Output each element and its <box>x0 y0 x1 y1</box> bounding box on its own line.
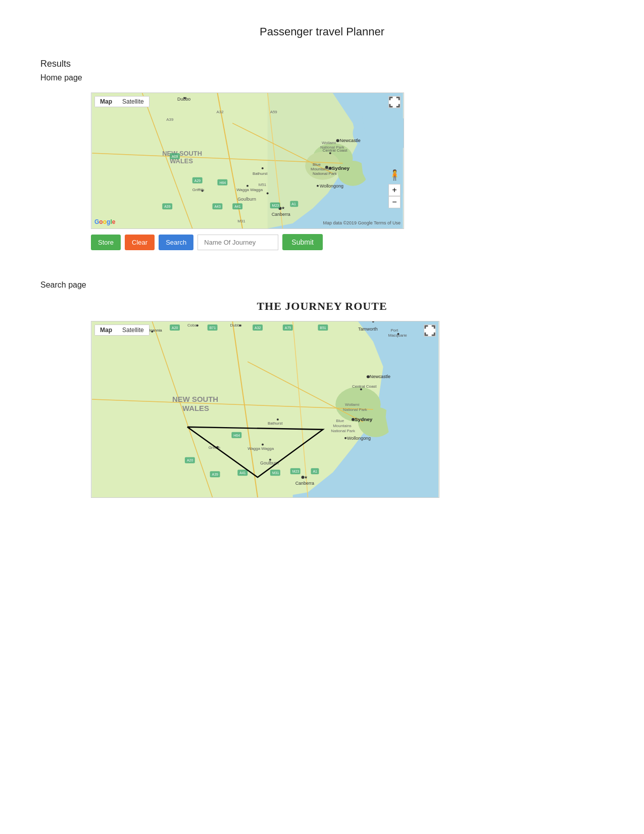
home-map-google-logo: Google <box>94 218 115 225</box>
search-map: NEW SOUTH WALES Tamworth Port Macquarie … <box>91 321 439 498</box>
svg-text:H64: H64 <box>233 434 240 437</box>
svg-text:A39: A39 <box>166 117 174 122</box>
svg-point-20 <box>336 139 339 142</box>
svg-text:NEW SOUTH: NEW SOUTH <box>172 395 218 403</box>
svg-text:A39: A39 <box>212 473 219 476</box>
svg-text:A32: A32 <box>216 110 224 114</box>
home-map-tab-satellite[interactable]: Satellite <box>117 97 149 107</box>
svg-text:WALES: WALES <box>182 404 209 412</box>
svg-text:A39: A39 <box>164 205 170 208</box>
svg-text:Wollongong: Wollongong <box>320 183 343 189</box>
svg-text:A43: A43 <box>214 205 220 208</box>
svg-text:A29: A29 <box>194 179 201 182</box>
svg-text:Wollami: Wollami <box>345 402 359 407</box>
svg-text:Wagga Wagga: Wagga Wagga <box>247 446 274 451</box>
svg-text:Canberra: Canberra <box>272 212 290 217</box>
svg-text:M23: M23 <box>292 470 300 473</box>
store-button[interactable]: Store <box>91 235 121 250</box>
svg-point-104 <box>262 444 264 446</box>
results-label: Results <box>40 59 604 69</box>
svg-text:A41: A41 <box>239 471 246 475</box>
svg-text:Dubbo: Dubbo <box>177 97 190 102</box>
svg-text:A1: A1 <box>291 202 296 206</box>
svg-text:Cobar: Cobar <box>187 323 199 328</box>
svg-text:National Park: National Park <box>313 171 337 176</box>
svg-text:NEW SOUTH: NEW SOUTH <box>162 150 202 157</box>
svg-text:B51: B51 <box>320 326 326 330</box>
svg-text:A20: A20 <box>172 326 178 330</box>
svg-text:A09: A09 <box>172 155 178 158</box>
svg-point-102 <box>277 419 279 421</box>
svg-point-30 <box>317 185 319 187</box>
svg-text:Bathurst: Bathurst <box>268 421 283 426</box>
svg-text:H64: H64 <box>219 181 226 184</box>
svg-text:National Park: National Park <box>331 429 355 433</box>
svg-text:Dubbo: Dubbo <box>230 323 242 328</box>
svg-text:Newcastle: Newcastle <box>370 374 390 379</box>
svg-text:Tamworth: Tamworth <box>358 327 378 332</box>
svg-text:National Park: National Park <box>320 145 344 150</box>
home-map-zoom-controls: + − <box>388 184 401 208</box>
home-page-label: Home page <box>40 73 604 82</box>
svg-text:Mountains: Mountains <box>333 424 352 428</box>
svg-text:Sydney: Sydney <box>355 416 373 422</box>
home-map-pegman[interactable]: 🧍 <box>388 166 401 184</box>
svg-text:Port: Port <box>391 328 399 333</box>
svg-text:M51: M51 <box>259 182 267 187</box>
svg-text:Mountains: Mountains <box>311 167 329 171</box>
svg-text:A41: A41 <box>234 205 240 208</box>
svg-text:National Park: National Park <box>343 407 367 412</box>
home-map-svg: A32 A39 A59 M31 M51 NEW SOUTH WALES Newc… <box>91 93 404 228</box>
svg-text:M31: M31 <box>237 219 245 223</box>
home-map-fullscreen-button[interactable] <box>388 96 401 108</box>
svg-text:Wagga Wagga: Wagga Wagga <box>236 188 263 192</box>
svg-text:M23: M23 <box>272 204 279 207</box>
search-map-tab-map[interactable]: Map <box>95 325 117 335</box>
home-map-tab-map[interactable]: Map <box>95 97 117 107</box>
clear-button[interactable]: Clear <box>125 235 155 250</box>
svg-point-43 <box>246 185 249 187</box>
svg-point-87 <box>344 437 346 439</box>
svg-text:Wollami: Wollami <box>322 141 336 145</box>
svg-text:A32: A32 <box>255 326 261 330</box>
svg-text:Blue: Blue <box>336 419 344 423</box>
home-map-zoom-in[interactable]: + <box>388 184 401 196</box>
svg-text:Canberra: Canberra <box>295 481 314 486</box>
search-button[interactable]: Search <box>159 235 193 250</box>
map-tabs-home: Map Satellite <box>94 96 150 107</box>
svg-text:Goulburn: Goulburn <box>237 197 256 202</box>
svg-point-32 <box>267 193 269 195</box>
svg-text:★: ★ <box>304 475 308 480</box>
search-page-section: Search page THE JOURNEY ROUTE NEW SOUTH … <box>40 281 604 498</box>
svg-text:Central Coast: Central Coast <box>352 384 377 389</box>
search-map-tab-satellite[interactable]: Satellite <box>117 325 149 335</box>
svg-text:Sydney: Sydney <box>332 165 350 171</box>
search-map-tabs: Map Satellite <box>94 325 150 336</box>
svg-text:Blue: Blue <box>313 162 321 167</box>
svg-text:M31: M31 <box>272 471 279 475</box>
journey-route-title: THE JOURNEY ROUTE <box>40 300 604 313</box>
home-page-section: Home page A32 A39 <box>40 73 604 250</box>
svg-text:B71: B71 <box>210 326 216 330</box>
svg-text:Griffith: Griffith <box>192 188 204 192</box>
svg-text:Wollongong: Wollongong <box>347 436 371 441</box>
svg-text:A1: A1 <box>313 470 317 473</box>
svg-text:Newcastle: Newcastle <box>340 138 361 143</box>
submit-button[interactable]: Submit <box>282 234 323 250</box>
home-map-zoom-out[interactable]: − <box>388 196 401 208</box>
search-page-label: Search page <box>40 281 604 290</box>
svg-text:★: ★ <box>281 206 285 210</box>
svg-text:A75: A75 <box>285 326 291 330</box>
svg-text:A20: A20 <box>187 458 193 462</box>
search-map-svg: NEW SOUTH WALES Tamworth Port Macquarie … <box>91 321 439 497</box>
svg-text:Macquarie: Macquarie <box>388 333 408 338</box>
svg-text:Bathurst: Bathurst <box>253 171 268 176</box>
page-title: Passenger travel Planner <box>40 25 604 38</box>
svg-point-41 <box>262 167 264 169</box>
home-controls-row: Store Clear Search Submit <box>91 234 604 250</box>
search-map-fullscreen-button[interactable] <box>424 325 436 337</box>
svg-text:A59: A59 <box>270 110 278 114</box>
home-map-attribution: Map data ©2019 Google Terms of Use <box>323 220 401 225</box>
home-map: A32 A39 A59 M31 M51 NEW SOUTH WALES Newc… <box>91 92 404 229</box>
journey-name-input[interactable] <box>197 235 278 250</box>
